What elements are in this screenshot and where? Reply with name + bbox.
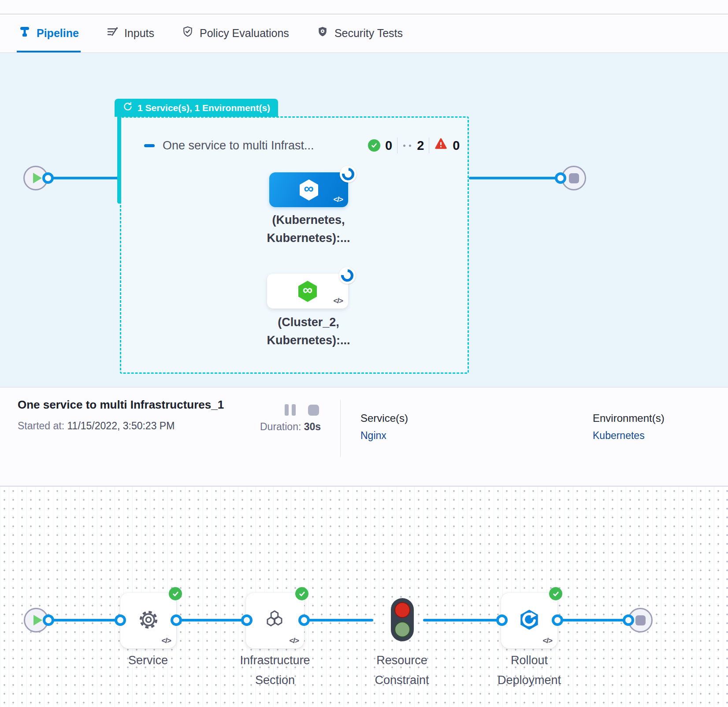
traffic-light-red xyxy=(394,602,410,618)
service-node-cluster2[interactable]: ∞ </> xyxy=(267,274,348,309)
connector-port xyxy=(241,614,253,626)
started-at-label: Started at: xyxy=(18,420,64,432)
harness-hexagon-icon: ∞ xyxy=(295,279,320,304)
connector-port xyxy=(623,614,634,626)
execution-tabbar: Pipeline Inputs Policy Evaluations Secur… xyxy=(0,15,728,53)
step-label-infrastructure-section: Infrastructure Section xyxy=(222,651,328,690)
connector-line xyxy=(304,619,373,621)
tab-security-tests[interactable]: Security Tests xyxy=(315,15,405,52)
success-check-icon xyxy=(169,587,182,600)
code-icon: </> xyxy=(333,297,343,305)
running-count: 2 xyxy=(417,138,424,153)
started-at-value: 11/15/2022, 3:50:23 PM xyxy=(67,420,175,432)
service-node-label[interactable]: (Cluster_2, Kubernetes):... xyxy=(247,313,370,350)
tab-pipeline-label: Pipeline xyxy=(37,27,79,40)
connector-port xyxy=(115,614,126,626)
running-spinner-icon xyxy=(340,166,357,182)
services-block: Service(s) Nginx xyxy=(360,412,408,442)
execution-info-bar: One service to multi Infrastructures_1 S… xyxy=(0,387,728,487)
execution-title: One service to multi Infrastructures_1 xyxy=(18,398,224,412)
stop-icon xyxy=(635,615,646,625)
step-service[interactable]: </> xyxy=(120,593,176,648)
tab-pipeline[interactable]: Pipeline xyxy=(17,15,81,52)
environments-value-link[interactable]: Kubernetes xyxy=(593,430,665,442)
divider xyxy=(340,400,341,457)
stop-icon xyxy=(569,173,579,183)
tab-policy-evaluations[interactable]: Policy Evaluations xyxy=(180,15,291,52)
divider xyxy=(429,138,429,153)
started-at: Started at: 11/15/2022, 3:50:23 PM xyxy=(18,420,175,432)
loop-icon xyxy=(123,101,133,114)
success-count-icon xyxy=(368,139,380,152)
pipeline-execution-view: Pipeline Inputs Policy Evaluations Secur… xyxy=(0,0,728,707)
environments-label: Environment(s) xyxy=(593,412,665,424)
shield-check-icon xyxy=(182,26,194,41)
stage-group-badge-label: 1 Service(s), 1 Environment(s) xyxy=(137,103,270,113)
duration-value: 30s xyxy=(304,421,321,432)
execution-controls xyxy=(285,404,319,416)
step-rollout-deployment[interactable]: </> xyxy=(501,593,557,648)
duration: Duration: 30s xyxy=(260,421,321,433)
shield-gear-icon xyxy=(316,26,329,41)
infinity-glyph: ∞ xyxy=(296,176,322,201)
play-icon xyxy=(33,173,42,183)
connector-port xyxy=(496,614,508,626)
services-label: Service(s) xyxy=(360,412,408,424)
stage-title[interactable]: One service to multi Infrast... xyxy=(163,139,314,153)
divider xyxy=(397,138,397,153)
tab-inputs[interactable]: Inputs xyxy=(104,15,156,52)
connector-port xyxy=(552,614,563,626)
collapse-stage-icon[interactable] xyxy=(144,144,155,147)
connector-port xyxy=(171,614,182,626)
step-infrastructure-section[interactable]: </> xyxy=(246,593,304,648)
connector-port xyxy=(43,614,54,626)
step-label-rollout-deployment: Rollout Deployment xyxy=(476,651,582,690)
code-icon: </> xyxy=(542,636,552,645)
service-node-label[interactable]: (Kubernetes, Kubernetes):... xyxy=(247,211,370,247)
step-label-service: Service xyxy=(95,651,201,670)
failed-count-icon xyxy=(434,137,448,154)
code-icon: </> xyxy=(289,636,299,645)
tab-inputs-label: Inputs xyxy=(124,27,154,40)
services-value-link[interactable]: Nginx xyxy=(360,430,408,442)
environments-block: Environment(s) Kubernetes xyxy=(593,412,665,442)
connector-line xyxy=(557,619,628,621)
harness-hexagon-icon: ∞ xyxy=(296,177,322,203)
connector-port xyxy=(298,614,310,626)
stage-canvas[interactable]: 1 Service(s), 1 Environment(s) One servi… xyxy=(0,53,728,387)
window-top-strip xyxy=(0,0,728,15)
code-icon: </> xyxy=(333,195,343,204)
execution-canvas[interactable]: </> </> xyxy=(0,487,728,707)
stage-group-badge[interactable]: 1 Service(s), 1 Environment(s) xyxy=(115,99,278,117)
success-check-icon xyxy=(549,587,562,600)
service-node-kubernetes[interactable]: ∞ </> xyxy=(269,172,348,207)
stop-button[interactable] xyxy=(308,405,319,416)
connector-line xyxy=(469,177,561,179)
connector-line xyxy=(48,177,120,179)
hexagons-icon xyxy=(263,607,287,634)
tab-security-tests-label: Security Tests xyxy=(334,27,403,40)
step-resource-constraint[interactable] xyxy=(391,598,414,641)
traffic-light-green xyxy=(394,621,410,637)
inputs-icon xyxy=(106,26,119,41)
infinity-glyph: ∞ xyxy=(295,277,320,303)
connector-port xyxy=(555,172,566,184)
rollout-icon xyxy=(517,607,542,634)
failed-count: 0 xyxy=(453,138,460,153)
pause-button[interactable] xyxy=(285,404,296,416)
success-check-icon xyxy=(295,587,308,600)
pipeline-icon xyxy=(19,26,31,41)
running-count-icon xyxy=(403,145,411,147)
connector-line xyxy=(176,619,246,621)
code-icon: </> xyxy=(161,636,171,645)
connector-line xyxy=(423,619,501,621)
stage-group-edge-highlight xyxy=(117,116,121,204)
success-count: 0 xyxy=(385,138,392,153)
duration-label: Duration: xyxy=(260,421,301,432)
play-icon xyxy=(33,615,42,625)
gear-icon xyxy=(137,608,160,633)
running-spinner-icon xyxy=(339,267,356,284)
connector-port xyxy=(42,172,54,184)
tab-policy-evaluations-label: Policy Evaluations xyxy=(200,27,289,40)
step-label-resource-constraint: Resource Constraint xyxy=(349,651,455,690)
